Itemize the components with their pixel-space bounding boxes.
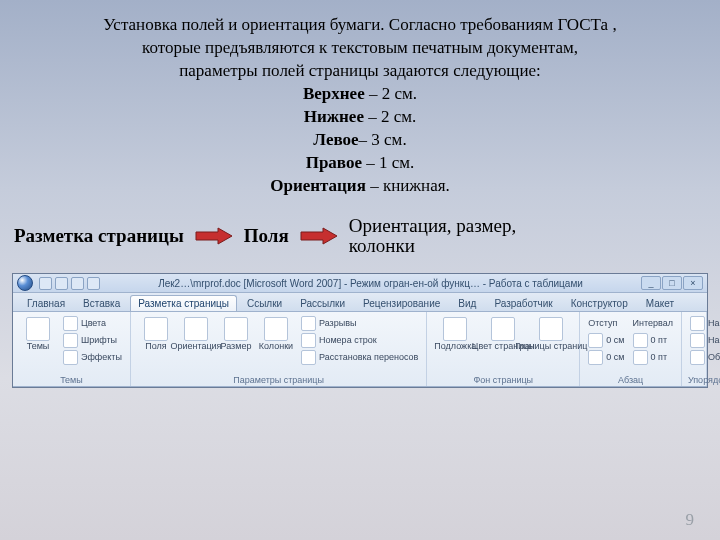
- arrange-item[interactable]: На передний план: [688, 315, 720, 331]
- tab-разметка-страницы[interactable]: Разметка страницы: [130, 295, 237, 311]
- arrow-icon: [299, 227, 339, 245]
- tab-рецензирование[interactable]: Рецензирование: [355, 295, 448, 311]
- page-bg-item[interactable]: Границы страниц: [529, 315, 573, 353]
- tab-ссылки[interactable]: Ссылки: [239, 295, 290, 311]
- minimize-button[interactable]: _: [641, 276, 661, 290]
- tab-главная[interactable]: Главная: [19, 295, 73, 311]
- page-setup-item[interactable]: Разрывы: [299, 315, 420, 331]
- page-setup-item[interactable]: Номера строк: [299, 332, 420, 348]
- group-page-background: ПодложкаЦвет страницыГраницы страниц Фон…: [427, 312, 580, 386]
- tab-рассылки[interactable]: Рассылки: [292, 295, 353, 311]
- page-setup-ориентация[interactable]: Ориентация: [177, 315, 215, 353]
- page-setup-item[interactable]: Расстановка переносов: [299, 349, 420, 365]
- svg-marker-0: [196, 228, 232, 244]
- ribbon: Темы ЦветаШрифтыЭффекты Темы ПоляОриента…: [13, 312, 707, 387]
- tab-вставка[interactable]: Вставка: [75, 295, 128, 311]
- intro-line: которые предъявляются к текстовым печатн…: [142, 38, 578, 57]
- group-arrange: На передний планНа задний планОбтекание …: [682, 312, 707, 386]
- page-bg-item[interactable]: Подложка: [433, 315, 477, 353]
- spacing-after[interactable]: 0 пт: [631, 349, 675, 365]
- themes-item[interactable]: Цвета: [61, 315, 124, 331]
- office-button[interactable]: [17, 275, 33, 291]
- group-page-setup: ПоляОриентацияРазмерКолонки РазрывыНомер…: [131, 312, 427, 386]
- themes-item[interactable]: Эффекты: [61, 349, 124, 365]
- intro-text: Установка полей и ориентация бумаги. Сог…: [0, 0, 720, 198]
- page-setup-поля[interactable]: Поля: [137, 315, 175, 353]
- arrange-item[interactable]: Обтекание текстом: [688, 349, 720, 365]
- intro-line: Установка полей и ориентация бумаги. Сог…: [103, 15, 616, 34]
- nav-step-2: Поля: [244, 225, 289, 247]
- page-setup-размер[interactable]: Размер: [217, 315, 255, 353]
- arrange-item[interactable]: На задний план: [688, 332, 720, 348]
- tab-разработчик[interactable]: Разработчик: [486, 295, 560, 311]
- indent-right[interactable]: 0 см: [586, 349, 626, 365]
- word-window: Лек2…\mrprof.doc [Microsoft Word 2007] -…: [12, 273, 708, 388]
- ribbon-tabs: ГлавнаяВставкаРазметка страницыСсылкиРас…: [13, 293, 707, 312]
- close-button[interactable]: ×: [683, 276, 703, 290]
- indent-left[interactable]: 0 см: [586, 332, 626, 348]
- themes-item[interactable]: Шрифты: [61, 332, 124, 348]
- arrow-icon: [194, 227, 234, 245]
- maximize-button[interactable]: □: [662, 276, 682, 290]
- nav-step-3: Ориентация, размер, колонки: [349, 216, 516, 258]
- group-themes: Темы ЦветаШрифтыЭффекты Темы: [13, 312, 131, 386]
- tab-вид[interactable]: Вид: [450, 295, 484, 311]
- themes-button[interactable]: Темы: [19, 315, 57, 353]
- window-title: Лек2…\mrprof.doc [Microsoft Word 2007] -…: [104, 278, 637, 289]
- quick-access-toolbar[interactable]: [39, 277, 100, 290]
- tab-конструктор[interactable]: Конструктор: [563, 295, 636, 311]
- group-paragraph: Отступ 0 см 0 см Интервал 0 пт 0 пт Абза…: [580, 312, 682, 386]
- tab-макет[interactable]: Макет: [638, 295, 682, 311]
- page-setup-колонки[interactable]: Колонки: [257, 315, 295, 353]
- nav-step-1: Разметка страницы: [14, 225, 184, 247]
- nav-steps: Разметка страницы Поля Ориентация, разме…: [0, 198, 720, 268]
- intro-line: параметры полей страницы задаются следую…: [179, 61, 541, 80]
- page-number: 9: [686, 510, 695, 530]
- svg-marker-1: [301, 228, 337, 244]
- spacing-before[interactable]: 0 пт: [631, 332, 675, 348]
- title-bar: Лек2…\mrprof.doc [Microsoft Word 2007] -…: [13, 274, 707, 293]
